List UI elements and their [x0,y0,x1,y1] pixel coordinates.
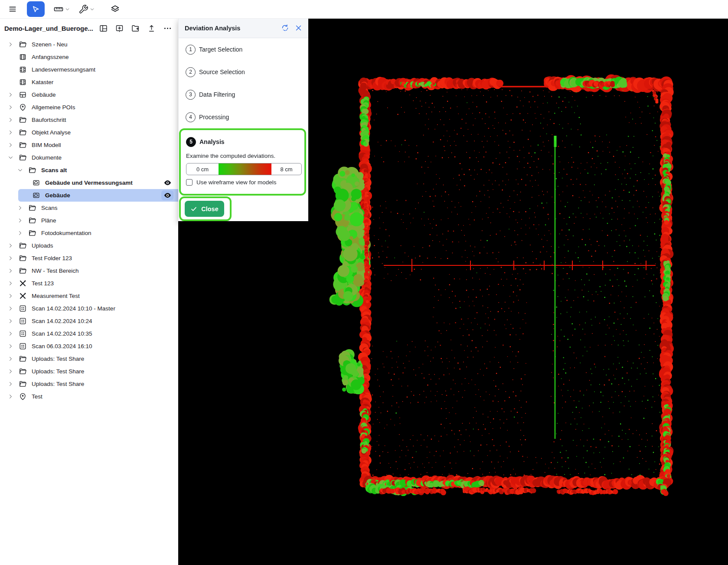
tree-item-measurement-test[interactable]: Measurement Test [0,290,178,302]
tree-item-scan-14-02-2024-10-10-master[interactable]: Scan 14.02.2024 10:10 - Master [0,302,178,315]
tree-item-scan-06-03-2024-16-10[interactable]: Scan 06.03.2024 16:10 [0,340,178,353]
chevron-right-icon[interactable] [8,130,13,135]
tree-item-test-folder-123[interactable]: Test Folder 123 [0,252,178,265]
chevron-right-icon[interactable] [8,369,13,374]
tree-item-uploads-test-share[interactable]: Uploads: Test Share [0,353,178,365]
more-options-icon[interactable] [163,23,172,33]
chevron-right-icon[interactable] [8,281,13,286]
tree-item-label: Uploads: Test Share [32,356,84,362]
tree-item-uploads-test-share[interactable]: Uploads: Test Share [0,378,178,390]
tree-item-test[interactable]: Test [0,390,178,403]
wireframe-checkbox-label: Use wireframe view for models [196,179,277,186]
measure-icon [19,279,27,287]
tree-item-scan-14-02-2024-10-24[interactable]: Scan 14.02.2024 10:24 [0,315,178,327]
chevron-right-icon[interactable] [8,394,13,399]
folder-icon [19,242,27,250]
tree-item-bim-modell[interactable]: BIM Modell [0,139,178,151]
chevron-down-icon[interactable] [17,167,23,173]
tree-item-uploads[interactable]: Uploads [0,239,178,252]
tree-item-landesvermessungsamt[interactable]: Landesvermessungsamt [0,63,178,76]
close-button[interactable]: Close [185,201,224,217]
chevron-right-icon[interactable] [17,218,23,223]
tree-item-objekt-analyse[interactable]: Objekt Analyse [0,126,178,139]
step-number: 4 [186,112,196,122]
tree-item-label: Test 123 [32,280,54,287]
chevron-right-icon[interactable] [8,268,13,274]
tree-item-baufortschritt[interactable]: Baufortschritt [0,114,178,126]
close-panel-icon[interactable] [295,24,302,32]
tree-item-label: Scan 06.03.2024 16:10 [32,343,92,349]
tree-item-pl-ne[interactable]: Pläne [0,214,178,227]
visibility-eye-icon[interactable] [161,190,173,200]
step-data-filtering: 3 Data Filtering [179,83,308,106]
tree-item-szenen-neu[interactable]: Szenen - Neu [0,38,178,51]
step-label: Analysis [199,138,225,145]
tree-item-label: Scan 14.02.2024 10:24 [32,318,92,324]
chevron-spacer [8,79,13,85]
menu-icon[interactable] [8,5,17,13]
chevron-right-icon[interactable] [8,255,13,261]
pin-icon [19,392,27,401]
tree-item-geb-ude[interactable]: Gebäude [0,189,178,202]
ruler-icon [53,4,64,14]
tree-item-uploads-test-share[interactable]: Uploads: Test Share [0,365,178,378]
tree-item-anfangsszene[interactable]: Anfangsszene [0,51,178,63]
tree-item-allgemeine-pois[interactable]: Allgemeine POIs [0,101,178,114]
chevron-right-icon[interactable] [8,293,13,299]
folder-icon [19,254,27,262]
chevron-right-icon[interactable] [8,356,13,362]
chevron-right-icon[interactable] [8,331,13,336]
step-label: Source Selection [199,69,245,75]
layers-icon[interactable] [110,4,120,14]
tree-item-geb-ude[interactable]: Gebäude [0,88,178,101]
add-scene-icon[interactable] [114,23,124,33]
measure-icon [19,292,27,300]
scale-max-label: 8 cm [271,163,301,175]
chevron-right-icon[interactable] [8,42,13,47]
refresh-icon[interactable] [281,24,289,32]
sidebar: Demo-Lager_und_Bueroge... Szenen - NeuAn… [0,18,178,565]
tree-item-kataster[interactable]: Kataster [0,76,178,88]
chevron-spacer [8,67,13,72]
upload-icon[interactable] [147,23,156,33]
visibility-eye-icon[interactable] [161,178,173,188]
chevron-right-icon[interactable] [17,205,23,211]
chevron-right-icon[interactable] [17,230,23,236]
chevron-right-icon[interactable] [8,117,13,123]
chevron-right-icon[interactable] [8,381,13,387]
chevron-right-icon[interactable] [8,92,13,98]
folder-icon [19,267,27,275]
scan-icon [19,317,27,325]
layout-grid-icon[interactable] [98,23,108,33]
pointer-tool-button[interactable] [27,1,45,17]
pin-icon [19,103,27,111]
deviation-scale-bar: 0 cm 8 cm [186,163,302,175]
tree-item-nw-test-bereich[interactable]: NW - Test Bereich [0,265,178,277]
add-folder-icon[interactable] [131,23,140,33]
chevron-right-icon[interactable] [8,318,13,324]
tools-dropdown[interactable] [78,4,95,14]
tree-item-geb-ude-und-vermessungsamt[interactable]: Gebäude und Vermessungsamt [0,176,178,189]
chevron-down-icon[interactable] [8,155,13,160]
chevron-right-icon[interactable] [8,142,13,148]
wireframe-checkbox[interactable] [186,179,193,186]
tree-item-label: Objekt Analyse [32,129,71,136]
chevron-right-icon[interactable] [8,243,13,248]
tree-item-scan-14-02-2024-10-35[interactable]: Scan 14.02.2024 10:35 [0,327,178,340]
folder-icon [28,204,36,212]
analysis-description: Examine the computed deviations. [186,153,304,159]
tree-item-label: Measurement Test [32,293,80,299]
chevron-right-icon[interactable] [8,105,13,110]
step-source-selection: 2 Source Selection [179,61,308,83]
chevron-right-icon[interactable] [8,343,13,349]
tree-item-scans[interactable]: Scans [0,202,178,214]
step-analysis-active: 5 Analysis [181,130,304,152]
step-target-selection: 1 Target Selection [179,38,308,61]
tree-item-scans-alt[interactable]: Scans alt [0,164,178,176]
tree-item-fotodokumentation[interactable]: Fotodokumentation [0,227,178,239]
tree-item-test-123[interactable]: Test 123 [0,277,178,290]
chevron-right-icon[interactable] [8,306,13,311]
tree-item-label: Anfangsszene [32,54,69,60]
measure-tool-dropdown[interactable] [53,4,70,14]
tree-item-dokumente[interactable]: Dokumente [0,151,178,164]
